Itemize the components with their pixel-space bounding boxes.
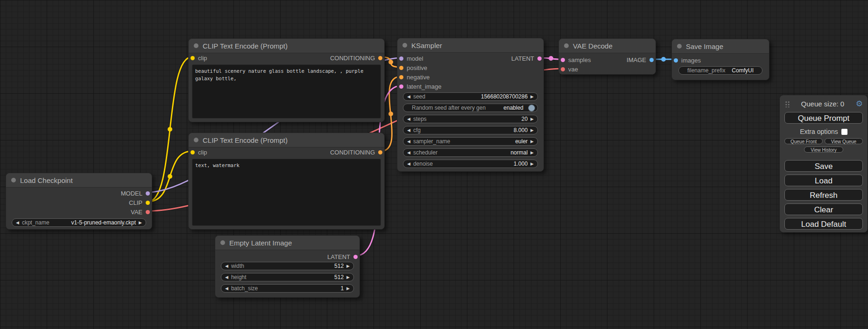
output-slot-model[interactable] — [146, 191, 150, 196]
node-clip-text-encode-positive[interactable]: CLIP Text Encode (Prompt) clip CONDITION… — [188, 38, 385, 122]
save-button[interactable]: Save — [784, 160, 863, 172]
node-vae-decode[interactable]: VAE Decode samples IMAGE vae — [558, 38, 656, 75]
node-title: VAE Decode — [573, 42, 613, 50]
decrement-arrow-icon[interactable]: ◀ — [16, 221, 19, 225]
load-button[interactable]: Load — [784, 175, 863, 186]
input-slot-clip[interactable] — [191, 150, 195, 154]
input-slot-latent-image[interactable] — [399, 84, 403, 89]
settings-gear-icon[interactable]: ⚙ — [856, 100, 863, 108]
increment-arrow-icon[interactable]: ▶ — [346, 275, 350, 280]
output-row: LATENT — [215, 252, 360, 261]
slot-row: model LATENT — [397, 54, 543, 63]
node-title-bar[interactable]: Empty Latent Image — [215, 236, 360, 250]
denoise-widget[interactable]: ◀ denoise 1.000 ▶ — [403, 160, 538, 168]
node-title: Empty Latent Image — [229, 239, 292, 247]
output-slot-clip[interactable] — [146, 201, 150, 205]
decrement-arrow-icon[interactable]: ◀ — [407, 95, 410, 99]
negative-prompt-textarea[interactable]: text, watermark — [192, 159, 381, 226]
increment-arrow-icon[interactable]: ▶ — [530, 162, 534, 166]
filename-prefix-widget[interactable]: filename_prefix ComfyUI — [678, 66, 762, 75]
input-slot-model[interactable] — [399, 56, 403, 61]
width-widget[interactable]: ◀ width 512 ▶ — [221, 262, 354, 270]
collapse-dot-icon[interactable] — [564, 43, 569, 48]
output-slot-conditioning[interactable] — [378, 56, 382, 60]
increment-arrow-icon[interactable]: ▶ — [346, 264, 350, 268]
node-title: Load Checkpoint — [20, 176, 73, 184]
output-slot-conditioning[interactable] — [378, 150, 382, 154]
node-title-bar[interactable]: CLIP Text Encode (Prompt) — [189, 133, 384, 147]
increment-arrow-icon[interactable]: ▶ — [530, 128, 534, 133]
input-slot-positive[interactable] — [399, 66, 403, 70]
extra-options-checkbox[interactable] — [841, 129, 847, 135]
node-graph-canvas[interactable]: Load Checkpoint MODEL CLIP VAE ◀ ckpt_na… — [0, 0, 868, 329]
node-title-bar[interactable]: Load Checkpoint — [6, 173, 152, 188]
drag-handle-icon[interactable] — [784, 100, 790, 107]
view-history-button[interactable]: View History — [804, 147, 843, 153]
decrement-arrow-icon[interactable]: ◀ — [407, 117, 410, 121]
clear-button[interactable]: Clear — [784, 203, 863, 215]
link-dot — [388, 112, 393, 116]
node-save-image[interactable]: Save Image images filename_prefix ComfyU… — [671, 39, 769, 80]
queue-prompt-button[interactable]: Queue Prompt — [784, 112, 863, 124]
slot-row: clip CONDITIONING — [189, 53, 384, 63]
input-slot-images[interactable] — [674, 58, 678, 63]
collapse-dot-icon[interactable] — [194, 138, 198, 142]
output-slot-latent[interactable] — [537, 56, 542, 61]
steps-widget[interactable]: ◀ steps 20 ▶ — [403, 115, 538, 123]
link-dot — [168, 174, 172, 179]
collapse-dot-icon[interactable] — [677, 44, 682, 49]
decrement-arrow-icon[interactable]: ◀ — [407, 140, 410, 144]
node-title-bar[interactable]: Save Image — [672, 39, 769, 54]
collapse-dot-icon[interactable] — [402, 43, 407, 48]
decrement-arrow-icon[interactable]: ◀ — [407, 162, 410, 166]
increment-arrow-icon[interactable]: ▶ — [530, 95, 534, 99]
scheduler-widget[interactable]: ◀ scheduler normal ▶ — [403, 148, 538, 157]
input-slot-samples[interactable] — [561, 58, 565, 62]
link-dot — [168, 127, 172, 132]
collapse-dot-icon[interactable] — [194, 43, 198, 48]
node-ksampler[interactable]: KSampler model LATENT positive negative … — [397, 38, 544, 172]
load-default-button[interactable]: Load Default — [784, 218, 863, 230]
queue-panel: Queue size: 0 ⚙ Queue Prompt Extra optio… — [780, 95, 868, 232]
node-empty-latent-image[interactable]: Empty Latent Image LATENT ◀ width 512 ▶ … — [215, 235, 360, 298]
ckpt-name-widget[interactable]: ◀ ckpt_name v1-5-pruned-emaonly.ckpt ▶ — [12, 218, 146, 227]
increment-arrow-icon[interactable]: ▶ — [139, 221, 142, 225]
decrement-arrow-icon[interactable]: ◀ — [407, 151, 410, 155]
cfg-widget[interactable]: ◀ cfg 8.000 ▶ — [403, 126, 538, 134]
decrement-arrow-icon[interactable]: ◀ — [225, 264, 228, 268]
increment-arrow-icon[interactable]: ▶ — [530, 140, 534, 144]
output-slot-latent[interactable] — [353, 255, 358, 259]
batch-size-widget[interactable]: ◀ batch_size 1 ▶ — [221, 284, 354, 293]
input-slot-clip[interactable] — [191, 56, 195, 60]
decrement-arrow-icon[interactable]: ◀ — [407, 128, 410, 133]
positive-prompt-textarea[interactable]: beautiful scenery nature glass bottle la… — [192, 64, 381, 119]
node-load-checkpoint[interactable]: Load Checkpoint MODEL CLIP VAE ◀ ckpt_na… — [6, 173, 152, 230]
toggle-circle-icon[interactable] — [528, 105, 535, 112]
node-clip-text-encode-negative[interactable]: CLIP Text Encode (Prompt) clip CONDITION… — [188, 133, 385, 230]
increment-arrow-icon[interactable]: ▶ — [346, 287, 350, 291]
node-title: Save Image — [686, 42, 723, 50]
sampler-name-widget[interactable]: ◀ sampler_name euler ▶ — [403, 137, 538, 146]
link-dot — [549, 56, 553, 61]
collapse-dot-icon[interactable] — [220, 240, 225, 245]
node-title-bar[interactable]: CLIP Text Encode (Prompt) — [189, 39, 384, 53]
refresh-button[interactable]: Refresh — [784, 189, 863, 201]
random-seed-toggle-widget[interactable]: Random seed after every gen enabled — [403, 104, 538, 112]
increment-arrow-icon[interactable]: ▶ — [530, 117, 534, 121]
slot-row: images — [672, 56, 769, 65]
collapse-dot-icon[interactable] — [11, 178, 16, 182]
input-slot-negative[interactable] — [399, 75, 403, 79]
node-title-bar[interactable]: KSampler — [397, 38, 543, 53]
output-slot-vae[interactable] — [146, 210, 150, 214]
increment-arrow-icon[interactable]: ▶ — [530, 151, 534, 155]
decrement-arrow-icon[interactable]: ◀ — [225, 287, 228, 291]
queue-front-button[interactable]: Queue Front — [784, 138, 823, 144]
node-title-bar[interactable]: VAE Decode — [559, 39, 656, 53]
input-slot-vae[interactable] — [561, 67, 565, 71]
seed-widget[interactable]: ◀ seed 156680208700286 ▶ — [403, 92, 538, 101]
decrement-arrow-icon[interactable]: ◀ — [225, 275, 228, 280]
output-slot-image[interactable] — [649, 58, 654, 62]
extra-options-label: Extra options — [800, 128, 838, 135]
height-widget[interactable]: ◀ height 512 ▶ — [221, 273, 354, 281]
view-queue-button[interactable]: View Queue — [825, 138, 863, 144]
